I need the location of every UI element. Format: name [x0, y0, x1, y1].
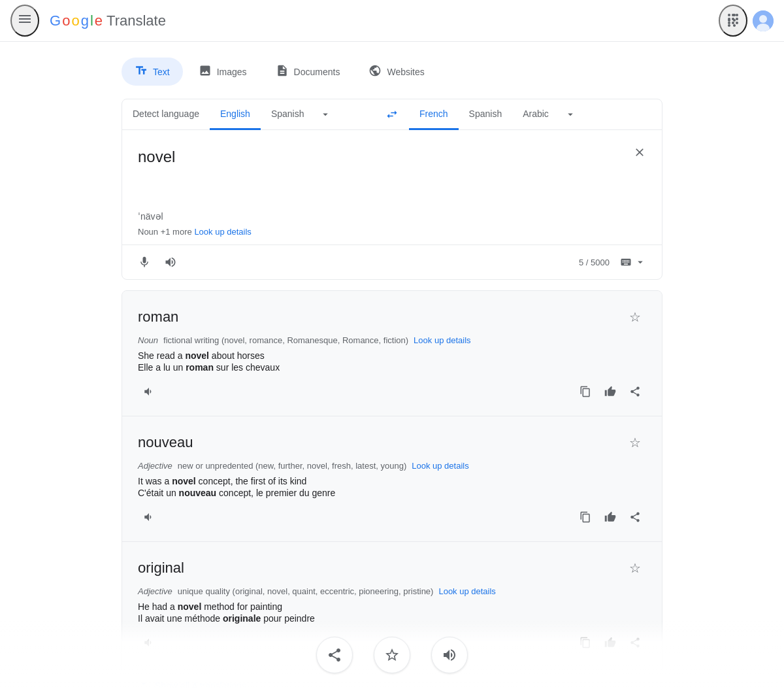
example-fr-nouveau: C'était un nouveau concept, le premier d…	[138, 488, 646, 498]
example-fr-original: Il avait une méthode originale pour pein…	[138, 613, 646, 624]
translation-header-roman: roman ☆	[138, 304, 646, 330]
target-lang-more-btn[interactable]	[559, 99, 581, 129]
detect-language-btn[interactable]: Detect language	[122, 99, 210, 130]
translation-item-nouveau: nouveau ☆ Adjective new or unpredented (…	[122, 416, 662, 542]
keyboard-btn[interactable]	[615, 254, 651, 271]
chevron-down-icon	[138, 678, 150, 689]
tab-images[interactable]: Images	[186, 58, 260, 86]
source-spanish-btn[interactable]: Spanish	[261, 99, 315, 130]
footer-actions-original	[574, 631, 646, 654]
tab-websites[interactable]: Websites	[355, 58, 437, 86]
synonyms-nouveau: new or unpredented (new, further, novel,…	[178, 461, 407, 471]
svg-point-7	[736, 18, 738, 20]
share-btn-original[interactable]	[624, 631, 646, 654]
example-en-original: He had a novel method for painting	[138, 601, 646, 612]
target-arabic-btn[interactable]: Arabic	[512, 99, 559, 130]
target-spanish-btn[interactable]: Spanish	[459, 99, 513, 130]
hamburger-menu[interactable]	[10, 5, 39, 37]
svg-point-6	[736, 14, 738, 16]
thumbs-up-btn-nouveau[interactable]	[599, 506, 621, 528]
bottom-share-action[interactable]	[316, 637, 353, 673]
speaker-btn-source[interactable]	[159, 250, 182, 274]
star-btn-original[interactable]: ☆	[624, 555, 646, 581]
phonetic-text: ˈnävəl	[122, 211, 662, 222]
tab-documents[interactable]: Documents	[263, 58, 353, 86]
star-circle-btn[interactable]	[374, 637, 410, 673]
source-lang-group: Detect language English Spanish	[122, 99, 375, 129]
speaker-btn-nouveau[interactable]	[138, 506, 160, 528]
language-bar: Detect language English Spanish French S…	[122, 99, 662, 130]
svg-point-8	[736, 22, 738, 24]
char-count-text: 5 / 5000	[579, 258, 610, 267]
svg-point-0	[728, 14, 730, 16]
input-bottom-bar: 5 / 5000	[122, 244, 662, 279]
lookup-link-roman[interactable]: Look up details	[414, 335, 470, 345]
logo-translate-text: Translate	[106, 12, 166, 29]
target-french-btn[interactable]: French	[409, 99, 459, 130]
pos-line-original: Adjective unique quality (original, nove…	[138, 586, 646, 596]
translation-word-nouveau: nouveau	[138, 434, 193, 451]
thumbs-up-btn-original[interactable]	[599, 631, 621, 654]
translation-results: roman ☆ Noun fictional writing (novel, r…	[122, 290, 662, 689]
source-lang-more-btn[interactable]	[314, 99, 336, 129]
footer-actions-nouveau	[574, 506, 646, 528]
microphone-btn[interactable]	[133, 250, 156, 274]
text-mode-icon	[135, 64, 148, 79]
share-btn-roman[interactable]	[624, 380, 646, 403]
example-fr-roman: Elle a lu un roman sur les chevaux	[138, 362, 646, 373]
translation-header-nouveau: nouveau ☆	[138, 429, 646, 456]
synonyms-roman: fictional writing (novel, romance, Roman…	[163, 335, 408, 345]
share-btn-nouveau[interactable]	[624, 506, 646, 528]
share-circle-btn[interactable]	[316, 637, 353, 673]
pos-roman: Noun	[138, 335, 158, 345]
audio-circle-btn[interactable]	[431, 637, 468, 673]
translation-footer-nouveau	[138, 506, 646, 528]
svg-point-10	[759, 15, 767, 23]
apps-grid-button[interactable]	[719, 5, 747, 37]
speaker-btn-roman[interactable]	[138, 380, 160, 403]
tab-websites-label: Websites	[387, 67, 424, 77]
source-text-input[interactable]: novel	[138, 146, 646, 172]
clear-input-btn[interactable]	[628, 141, 651, 167]
source-english-btn[interactable]: English	[210, 99, 261, 130]
lookup-details-link-input[interactable]: Look up details	[194, 227, 251, 237]
bottom-star-action[interactable]	[374, 637, 410, 673]
footer-actions-roman	[574, 380, 646, 403]
translation-word-roman: roman	[138, 309, 178, 326]
lookup-link-nouveau[interactable]: Look up details	[412, 461, 468, 471]
pos-line-nouveau: Adjective new or unpredented (new, furth…	[138, 461, 646, 471]
header: Google Translate	[0, 0, 784, 42]
target-lang-group: French Spanish Arabic	[409, 99, 662, 129]
star-btn-nouveau[interactable]: ☆	[624, 429, 646, 456]
lookup-link-original[interactable]: Look up details	[438, 586, 495, 596]
svg-point-5	[732, 22, 734, 24]
user-avatar[interactable]	[753, 10, 774, 31]
documents-mode-icon	[276, 64, 289, 79]
star-btn-roman[interactable]: ☆	[624, 304, 646, 330]
copy-btn-original[interactable]	[574, 631, 596, 654]
google-translate-logo[interactable]: Google Translate	[50, 12, 166, 29]
header-right	[719, 5, 774, 37]
input-area: novel	[122, 130, 662, 209]
translation-word-original: original	[138, 560, 184, 577]
copy-btn-nouveau[interactable]	[574, 506, 596, 528]
speaker-btn-original[interactable]	[138, 631, 160, 654]
svg-point-3	[732, 14, 734, 16]
copy-btn-roman[interactable]	[574, 380, 596, 403]
tab-text[interactable]: Text	[122, 58, 183, 86]
thumbs-up-btn-roman[interactable]	[599, 380, 621, 403]
swap-languages-btn[interactable]	[380, 103, 404, 126]
translation-footer-roman	[138, 380, 646, 403]
synonyms-original: unique quality (original, novel, quaint,…	[178, 586, 434, 596]
input-action-buttons	[133, 250, 182, 274]
example-en-nouveau: It was a novel concept, the first of its…	[138, 476, 646, 486]
websites-mode-icon	[368, 64, 382, 79]
show-all-label: Show all 4 translations	[155, 681, 246, 690]
word-type-label: Noun +1 more Look up details	[122, 227, 662, 237]
svg-point-2	[728, 22, 730, 24]
bottom-audio-action[interactable]	[431, 637, 468, 673]
tab-documents-label: Documents	[294, 67, 340, 77]
tab-images-label: Images	[217, 67, 247, 77]
main-content: Text Images Documents Websites Detect la…	[111, 42, 673, 689]
svg-point-4	[732, 18, 734, 20]
